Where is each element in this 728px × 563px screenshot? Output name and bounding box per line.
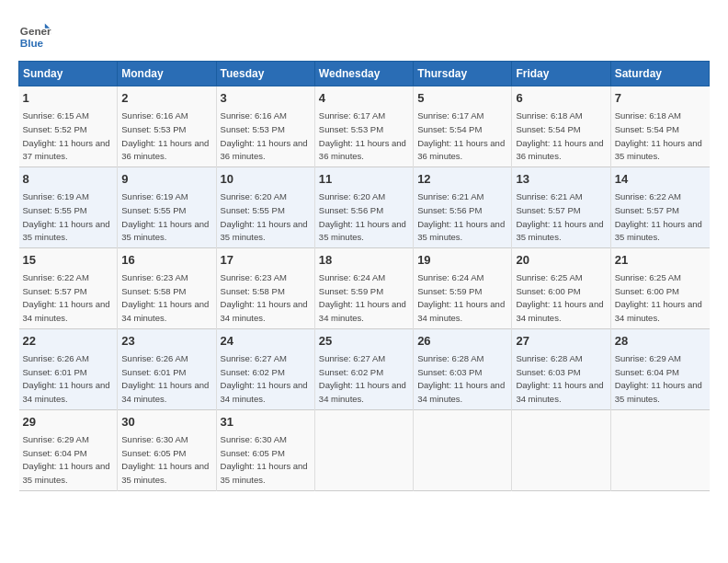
sunrise-text: Sunrise: 6:18 AM [615, 110, 681, 121]
daylight-text: Daylight: 11 hours and 36 minutes. [221, 138, 308, 162]
day-cell: 21 Sunrise: 6:25 AM Sunset: 6:00 PM Dayl… [610, 247, 709, 328]
daylight-text: Daylight: 11 hours and 34 minutes. [615, 299, 702, 323]
day-cell: 28 Sunrise: 6:29 AM Sunset: 6:04 PM Dayl… [610, 328, 709, 409]
sunrise-text: Sunrise: 6:29 AM [23, 434, 89, 444]
day-cell: 12 Sunrise: 6:21 AM Sunset: 5:56 PM Dayl… [414, 167, 512, 247]
column-header-wednesday: Wednesday [314, 62, 413, 86]
sunset-text: Sunset: 6:02 PM [319, 367, 383, 377]
day-number: 26 [417, 333, 507, 350]
sunrise-text: Sunrise: 6:19 AM [23, 191, 89, 201]
column-header-thursday: Thursday [414, 62, 512, 86]
day-cell: 27 Sunrise: 6:28 AM Sunset: 6:03 PM Dayl… [512, 328, 610, 409]
daylight-text: Daylight: 11 hours and 34 minutes. [221, 380, 308, 404]
sunset-text: Sunset: 6:00 PM [516, 286, 580, 296]
sunrise-text: Sunrise: 6:15 AM [23, 110, 89, 121]
sunset-text: Sunset: 6:03 PM [417, 367, 482, 377]
sunrise-text: Sunrise: 6:28 AM [516, 353, 582, 363]
page-header: General Blue [18, 18, 710, 52]
week-row-1: 1 Sunrise: 6:15 AM Sunset: 5:52 PM Dayli… [19, 86, 710, 167]
day-cell: 15 Sunrise: 6:22 AM Sunset: 5:57 PM Dayl… [19, 247, 118, 328]
day-cell: 10 Sunrise: 6:20 AM Sunset: 5:55 PM Dayl… [216, 167, 314, 247]
sunset-text: Sunset: 5:53 PM [221, 124, 285, 134]
logo: General Blue [18, 18, 55, 52]
sunset-text: Sunset: 6:03 PM [516, 367, 580, 377]
day-cell: 23 Sunrise: 6:26 AM Sunset: 6:01 PM Dayl… [118, 328, 216, 409]
day-number: 12 [417, 171, 507, 188]
sunset-text: Sunset: 5:57 PM [516, 205, 580, 215]
daylight-text: Daylight: 11 hours and 35 minutes. [23, 219, 110, 243]
day-number: 22 [23, 333, 114, 350]
sunrise-text: Sunrise: 6:27 AM [221, 353, 287, 363]
sunrise-text: Sunrise: 6:16 AM [221, 110, 287, 121]
day-cell [414, 409, 512, 490]
sunset-text: Sunset: 5:59 PM [319, 286, 383, 296]
sunset-text: Sunset: 5:55 PM [121, 205, 186, 215]
day-cell: 16 Sunrise: 6:23 AM Sunset: 5:58 PM Dayl… [118, 247, 216, 328]
daylight-text: Daylight: 11 hours and 35 minutes. [319, 219, 406, 243]
day-cell: 20 Sunrise: 6:25 AM Sunset: 6:00 PM Dayl… [512, 247, 610, 328]
sunset-text: Sunset: 5:56 PM [417, 205, 482, 215]
sunrise-text: Sunrise: 6:30 AM [121, 434, 188, 444]
day-cell: 17 Sunrise: 6:23 AM Sunset: 5:58 PM Dayl… [216, 247, 314, 328]
day-cell [512, 409, 610, 490]
day-cell: 6 Sunrise: 6:18 AM Sunset: 5:54 PM Dayli… [512, 86, 610, 167]
sunrise-text: Sunrise: 6:23 AM [121, 272, 188, 282]
week-row-4: 22 Sunrise: 6:26 AM Sunset: 6:01 PM Dayl… [19, 328, 710, 409]
day-cell: 30 Sunrise: 6:30 AM Sunset: 6:05 PM Dayl… [118, 409, 216, 490]
column-header-tuesday: Tuesday [216, 62, 314, 86]
sunrise-text: Sunrise: 6:26 AM [121, 353, 188, 363]
daylight-text: Daylight: 11 hours and 36 minutes. [516, 138, 603, 162]
sunset-text: Sunset: 5:54 PM [615, 124, 679, 134]
sunrise-text: Sunrise: 6:20 AM [221, 191, 287, 201]
day-cell: 1 Sunrise: 6:15 AM Sunset: 5:52 PM Dayli… [19, 86, 118, 167]
daylight-text: Daylight: 11 hours and 34 minutes. [516, 380, 603, 404]
day-number: 19 [417, 252, 507, 269]
day-number: 27 [516, 333, 606, 350]
daylight-text: Daylight: 11 hours and 34 minutes. [121, 299, 209, 323]
sunset-text: Sunset: 6:00 PM [615, 286, 679, 296]
week-row-3: 15 Sunrise: 6:22 AM Sunset: 5:57 PM Dayl… [19, 247, 710, 328]
sunset-text: Sunset: 5:53 PM [121, 124, 186, 134]
daylight-text: Daylight: 11 hours and 34 minutes. [319, 299, 406, 323]
sunset-text: Sunset: 5:55 PM [23, 205, 87, 215]
logo-icon: General Blue [18, 18, 51, 52]
daylight-text: Daylight: 11 hours and 37 minutes. [23, 138, 110, 162]
sunrise-text: Sunrise: 6:21 AM [516, 191, 582, 201]
daylight-text: Daylight: 11 hours and 34 minutes. [121, 380, 209, 404]
day-number: 28 [615, 333, 706, 350]
daylight-text: Daylight: 11 hours and 35 minutes. [417, 219, 505, 243]
day-cell: 3 Sunrise: 6:16 AM Sunset: 5:53 PM Dayli… [216, 86, 314, 167]
day-cell: 5 Sunrise: 6:17 AM Sunset: 5:54 PM Dayli… [414, 86, 512, 167]
day-number: 13 [516, 171, 606, 188]
daylight-text: Daylight: 11 hours and 35 minutes. [121, 219, 209, 243]
sunset-text: Sunset: 5:58 PM [221, 286, 285, 296]
day-number: 6 [516, 90, 606, 107]
day-cell: 4 Sunrise: 6:17 AM Sunset: 5:53 PM Dayli… [314, 86, 413, 167]
sunset-text: Sunset: 5:57 PM [615, 205, 679, 215]
sunrise-text: Sunrise: 6:28 AM [417, 353, 483, 363]
daylight-text: Daylight: 11 hours and 35 minutes. [615, 380, 702, 404]
day-number: 17 [221, 252, 311, 269]
sunrise-text: Sunrise: 6:24 AM [319, 272, 385, 282]
daylight-text: Daylight: 11 hours and 35 minutes. [121, 461, 209, 485]
sunrise-text: Sunrise: 6:29 AM [615, 353, 681, 363]
sunset-text: Sunset: 6:01 PM [121, 367, 186, 377]
day-number: 7 [615, 90, 706, 107]
day-number: 24 [221, 333, 311, 350]
daylight-text: Daylight: 11 hours and 35 minutes. [221, 219, 308, 243]
day-number: 10 [221, 171, 311, 188]
day-cell: 14 Sunrise: 6:22 AM Sunset: 5:57 PM Dayl… [610, 167, 709, 247]
sunset-text: Sunset: 5:53 PM [319, 124, 383, 134]
sunrise-text: Sunrise: 6:22 AM [615, 191, 681, 201]
daylight-text: Daylight: 11 hours and 34 minutes. [319, 380, 406, 404]
day-cell [314, 409, 413, 490]
sunrise-text: Sunrise: 6:16 AM [121, 110, 188, 121]
day-cell: 26 Sunrise: 6:28 AM Sunset: 6:03 PM Dayl… [414, 328, 512, 409]
day-number: 11 [319, 171, 409, 188]
day-number: 21 [615, 252, 706, 269]
day-number: 30 [121, 414, 211, 431]
sunset-text: Sunset: 6:05 PM [121, 448, 186, 458]
day-cell: 11 Sunrise: 6:20 AM Sunset: 5:56 PM Dayl… [314, 167, 413, 247]
sunset-text: Sunset: 5:59 PM [417, 286, 482, 296]
daylight-text: Daylight: 11 hours and 35 minutes. [615, 138, 702, 162]
